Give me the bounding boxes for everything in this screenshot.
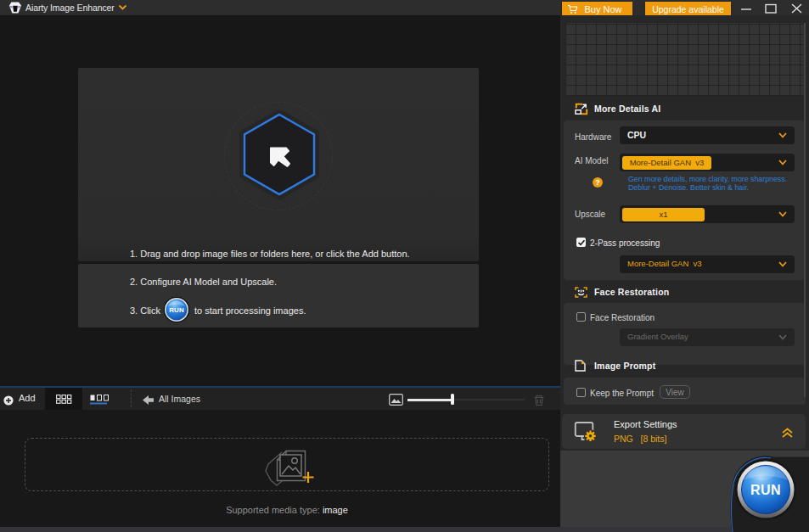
svg-text:?: ?	[595, 178, 600, 187]
svg-text:RUN: RUN	[169, 306, 184, 314]
svg-text:RUN: RUN	[750, 483, 781, 497]
